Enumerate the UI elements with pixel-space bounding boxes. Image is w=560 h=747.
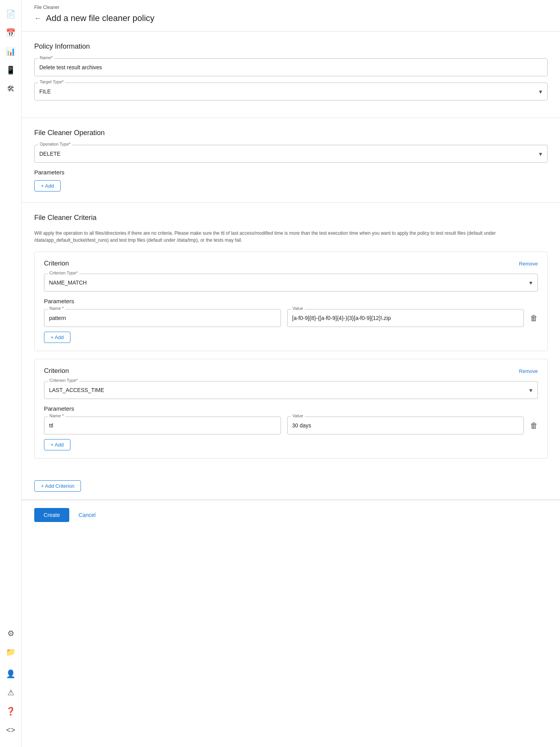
criterion-1-type-select[interactable]: NAME_MATCH LAST_ACCESS_TIME LAST_MODIFIE… (44, 274, 538, 292)
criterion-1-param-name-label: Name * (48, 306, 65, 311)
criterion-2-param-name-label: Name * (48, 413, 65, 418)
criterion-1-param-name-field: Name * (44, 309, 281, 327)
criterion-card-1: Criterion Remove Criterion Type* NAME_MA… (34, 251, 548, 351)
policy-information-section: Policy Information Name* Target Type* FI… (22, 32, 560, 118)
criterion-2-param-value-label: Value (291, 413, 305, 418)
operation-add-button[interactable]: + Add (34, 180, 61, 192)
page-header: ← Add a new file cleaner policy (22, 10, 560, 31)
criterion-2-param-row-1: Name * Value 🗑 (44, 417, 538, 434)
operation-section: File Cleaner Operation Operation Type* D… (22, 118, 560, 202)
criterion-1-param-delete-icon[interactable]: 🗑 (530, 314, 538, 323)
criterion-1-parameters-label: Parameters (44, 298, 538, 304)
criterion-2-type-label: Criterion Type* (48, 378, 79, 383)
operation-type-label: Operation Type* (38, 142, 72, 146)
criterion-1-title: Criterion (44, 260, 69, 267)
criterion-2-add-param-button[interactable]: + Add (44, 439, 70, 450)
criteria-section: File Cleaner Criteria Will apply the ope… (22, 203, 560, 477)
document-icon[interactable]: 📄 (3, 6, 19, 22)
target-type-label: Target Type* (38, 79, 65, 84)
breadcrumb: File Cleaner (22, 0, 560, 10)
criterion-2-remove-button[interactable]: Remove (519, 368, 538, 374)
criterion-2-param-value-field: Value (287, 417, 524, 434)
create-button[interactable]: Create (34, 508, 69, 522)
page-title: Add a new file cleaner policy (46, 13, 154, 23)
name-label: Name* (38, 55, 54, 60)
criteria-info-text: Will apply the operation to all files/di… (34, 230, 548, 244)
criteria-title: File Cleaner Criteria (34, 214, 548, 222)
calendar-icon[interactable]: 📅 (3, 25, 19, 40)
code-icon[interactable]: <> (3, 722, 19, 738)
criterion-1-header: Criterion Remove (44, 260, 538, 267)
criterion-2-type-select[interactable]: NAME_MATCH LAST_ACCESS_TIME LAST_MODIFIE… (44, 381, 538, 399)
criterion-1-param-row-1: Name * Value 🗑 (44, 309, 538, 327)
operation-type-select-wrapper: DELETE ARCHIVE (34, 145, 548, 163)
name-input[interactable] (34, 58, 548, 76)
operation-type-field: Operation Type* DELETE ARCHIVE (34, 145, 548, 163)
criterion-card-2: Criterion Remove Criterion Type* NAME_MA… (34, 359, 548, 459)
operation-type-select[interactable]: DELETE ARCHIVE (34, 145, 548, 163)
server-icon[interactable]: 🛠 (3, 81, 19, 97)
criterion-1-remove-button[interactable]: Remove (519, 261, 538, 267)
criterion-1-type-field: Criterion Type* NAME_MATCH LAST_ACCESS_T… (44, 274, 538, 292)
chart-icon[interactable]: 📊 (3, 44, 19, 59)
action-bar: Create Cancel (22, 500, 560, 530)
target-type-select[interactable]: FILE DIRECTORY (34, 83, 548, 100)
mobile-icon[interactable]: 📱 (3, 62, 19, 78)
operation-title: File Cleaner Operation (34, 129, 548, 137)
user-icon[interactable]: 👤 (3, 666, 19, 682)
criterion-1-param-value-label: Value (291, 306, 305, 311)
criterion-2-param-name-field: Name * (44, 417, 281, 434)
help-icon[interactable]: ❓ (3, 703, 19, 719)
add-criterion-button[interactable]: + Add Criterion (34, 480, 81, 492)
add-criterion-area: + Add Criterion (22, 477, 560, 499)
criterion-1-type-select-wrapper: NAME_MATCH LAST_ACCESS_TIME LAST_MODIFIE… (44, 274, 538, 292)
target-type-field: Target Type* FILE DIRECTORY (34, 83, 548, 100)
criterion-2-title: Criterion (44, 367, 69, 375)
criterion-2-param-name-input[interactable] (44, 417, 281, 434)
criterion-1-param-value-field: Value (287, 309, 524, 327)
folder-icon[interactable]: 📁 (3, 644, 19, 660)
criterion-2-param-value-input[interactable] (287, 417, 524, 434)
criterion-1-param-value-input[interactable] (287, 309, 524, 327)
criterion-1-param-name-input[interactable] (44, 309, 281, 327)
back-arrow-icon: ← (34, 14, 41, 23)
target-type-select-wrapper: FILE DIRECTORY (34, 83, 548, 100)
main-content: File Cleaner ← Add a new file cleaner po… (22, 0, 560, 747)
alert-icon[interactable]: ⚠ (3, 685, 19, 700)
policy-info-title: Policy Information (34, 42, 548, 51)
back-button[interactable]: ← (34, 14, 41, 23)
criterion-2-param-delete-icon[interactable]: 🗑 (530, 421, 538, 430)
name-field: Name* (34, 58, 548, 76)
cancel-button[interactable]: Cancel (75, 508, 99, 522)
sidebar: 📄 📅 📊 📱 🛠 ⚙ 📁 👤 ⚠ ❓ <> (0, 0, 22, 747)
criterion-2-parameters-label: Parameters (44, 405, 538, 412)
criterion-1-add-param-button[interactable]: + Add (44, 332, 70, 343)
settings-icon[interactable]: ⚙ (3, 626, 19, 641)
criterion-2-type-field: Criterion Type* NAME_MATCH LAST_ACCESS_T… (44, 381, 538, 399)
operation-parameters-label: Parameters (34, 169, 548, 176)
criterion-2-header: Criterion Remove (44, 367, 538, 375)
criterion-2-type-select-wrapper: NAME_MATCH LAST_ACCESS_TIME LAST_MODIFIE… (44, 381, 538, 399)
breadcrumb-text: File Cleaner (34, 5, 60, 10)
criterion-1-type-label: Criterion Type* (48, 271, 79, 275)
